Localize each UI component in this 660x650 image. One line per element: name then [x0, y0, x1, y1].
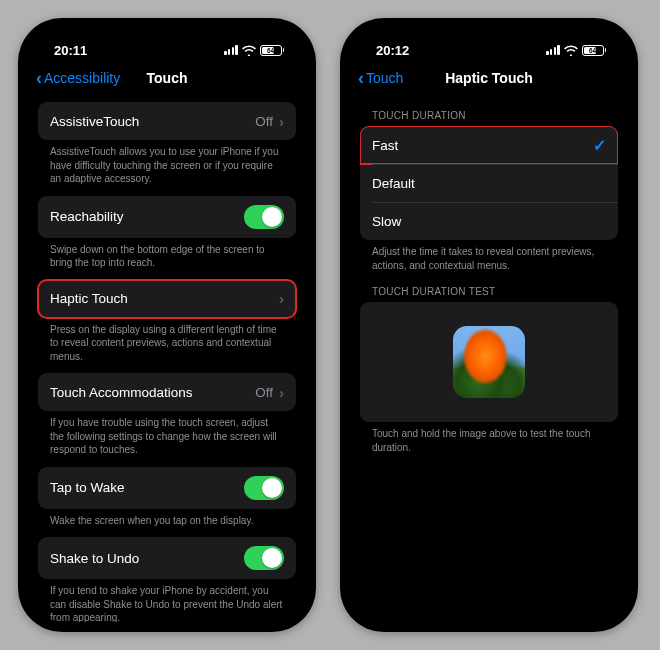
- screen: 20:11 64 ‹ Accessibility Touch: [28, 28, 306, 622]
- footer-haptic: Press on the display using a different l…: [38, 318, 296, 364]
- notch: [439, 28, 539, 52]
- group-haptic: Haptic Touch ›: [38, 280, 296, 318]
- group-reachability: Reachability: [38, 196, 296, 238]
- row-reachability[interactable]: Reachability: [38, 196, 296, 238]
- screen: 20:12 64 ‹ Touch Haptic Touch TOUCH DURA…: [350, 28, 628, 622]
- row-value: Off: [255, 385, 273, 400]
- status-indicators: 64: [546, 45, 606, 56]
- footer-duration: Adjust the time it takes to reveal conte…: [360, 240, 618, 272]
- row-label: AssistiveTouch: [50, 114, 139, 129]
- nav-bar: ‹ Accessibility Touch: [28, 62, 306, 96]
- footer-reachability: Swipe down on the bottom edge of the scr…: [38, 238, 296, 270]
- group-assistive: AssistiveTouch Off ›: [38, 102, 296, 140]
- cellular-signal-icon: [546, 45, 559, 55]
- option-fast[interactable]: Fast ✓: [360, 126, 618, 164]
- section-header-duration: TOUCH DURATION: [360, 96, 618, 126]
- clock: 20:12: [376, 43, 409, 58]
- back-button[interactable]: ‹ Touch: [358, 69, 403, 87]
- checkmark-icon: ✓: [593, 136, 606, 155]
- footer-tap-to-wake: Wake the screen when you tap on the disp…: [38, 509, 296, 528]
- chevron-left-icon: ‹: [358, 69, 364, 87]
- row-value: Off: [255, 114, 273, 129]
- group-accommodations: Touch Accommodations Off ›: [38, 373, 296, 411]
- status-indicators: 64: [224, 45, 284, 56]
- footer-test: Touch and hold the image above to test t…: [360, 422, 618, 454]
- option-label: Slow: [372, 214, 401, 229]
- row-label: Haptic Touch: [50, 291, 128, 306]
- chevron-right-icon: ›: [279, 113, 284, 130]
- toggle-reachability[interactable]: [244, 205, 284, 229]
- test-image[interactable]: [453, 326, 525, 398]
- row-label: Shake to Undo: [50, 551, 139, 566]
- page-title: Haptic Touch: [445, 70, 533, 86]
- option-label: Default: [372, 176, 415, 191]
- settings-list[interactable]: TOUCH DURATION Fast ✓ Default Slow Adjus…: [350, 96, 628, 622]
- page-title: Touch: [147, 70, 188, 86]
- back-button[interactable]: ‹ Accessibility: [36, 69, 120, 87]
- wifi-icon: [564, 45, 578, 56]
- option-label: Fast: [372, 138, 398, 153]
- toggle-tap-to-wake[interactable]: [244, 476, 284, 500]
- row-touch-accommodations[interactable]: Touch Accommodations Off ›: [38, 373, 296, 411]
- row-label: Reachability: [50, 209, 124, 224]
- battery-icon: 64: [260, 45, 285, 56]
- back-label: Accessibility: [44, 70, 120, 86]
- row-shake-to-undo[interactable]: Shake to Undo: [38, 537, 296, 579]
- chevron-right-icon: ›: [279, 290, 284, 307]
- nav-bar: ‹ Touch Haptic Touch: [350, 62, 628, 96]
- back-label: Touch: [366, 70, 403, 86]
- row-tap-to-wake[interactable]: Tap to Wake: [38, 467, 296, 509]
- row-assistivetouch[interactable]: AssistiveTouch Off ›: [38, 102, 296, 140]
- option-slow[interactable]: Slow: [360, 202, 618, 240]
- cellular-signal-icon: [224, 45, 237, 55]
- footer-shake: If you tend to shake your iPhone by acci…: [38, 579, 296, 622]
- phone-left: 20:11 64 ‹ Accessibility Touch: [18, 18, 316, 632]
- chevron-right-icon: ›: [279, 384, 284, 401]
- group-tap-to-wake: Tap to Wake: [38, 467, 296, 509]
- group-shake: Shake to Undo: [38, 537, 296, 579]
- battery-icon: 64: [582, 45, 607, 56]
- toggle-shake-to-undo[interactable]: [244, 546, 284, 570]
- row-label: Touch Accommodations: [50, 385, 193, 400]
- footer-accommodations: If you have trouble using the touch scre…: [38, 411, 296, 457]
- settings-list[interactable]: AssistiveTouch Off › AssistiveTouch allo…: [28, 96, 306, 622]
- wifi-icon: [242, 45, 256, 56]
- notch: [117, 28, 217, 52]
- duration-test-area: [360, 302, 618, 422]
- footer-assistive: AssistiveTouch allows you to use your iP…: [38, 140, 296, 186]
- row-label: Tap to Wake: [50, 480, 125, 495]
- phone-right: 20:12 64 ‹ Touch Haptic Touch TOUCH DURA…: [340, 18, 638, 632]
- section-header-test: TOUCH DURATION TEST: [360, 272, 618, 302]
- group-duration-options: Fast ✓ Default Slow: [360, 126, 618, 240]
- option-default[interactable]: Default: [360, 164, 618, 202]
- clock: 20:11: [54, 43, 87, 58]
- chevron-left-icon: ‹: [36, 69, 42, 87]
- row-haptic-touch[interactable]: Haptic Touch ›: [38, 280, 296, 318]
